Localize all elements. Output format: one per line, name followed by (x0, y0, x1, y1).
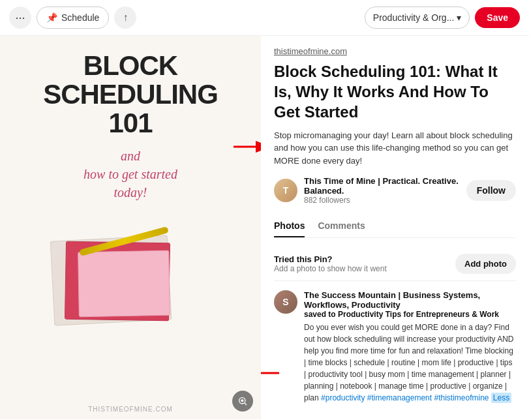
upload-icon: ↑ (123, 12, 128, 23)
visual-search-icon (237, 396, 248, 406)
save-button[interactable]: Save (475, 7, 520, 28)
more-options-button[interactable]: ··· (9, 7, 31, 29)
tab-photos[interactable]: Photos (274, 215, 305, 237)
comment-content: The Success Mountain | Business Systems,… (304, 290, 516, 404)
svg-point-2 (241, 399, 243, 402)
subtitle-line3: today! (83, 183, 177, 202)
notebooks-graphic (13, 212, 248, 329)
comment-card: S The Success Mountain | Business System… (274, 290, 516, 404)
tried-text: Tried this Pin? Add a photo to show how … (274, 254, 387, 273)
visual-search-button[interactable] (232, 391, 253, 412)
subtitle-line2: how to get started (83, 165, 177, 183)
info-panel: thistimeofmine.com Block Scheduling 101:… (261, 36, 529, 419)
toolbar: ··· 📌 Schedule ↑ Productivity & Org... ▾… (0, 0, 529, 36)
category-selector[interactable]: Productivity & Org... ▾ (365, 7, 470, 29)
pin-source[interactable]: thistimeofmine.com (274, 46, 516, 56)
author-row: T This Time of Mine | Practical. Creativ… (274, 176, 516, 205)
schedule-icon: 📌 (46, 12, 57, 23)
commenter-name: The Success Mountain | Business Systems,… (304, 290, 516, 310)
tab-comments[interactable]: Comments (318, 215, 365, 237)
pin-image: BLOCK SCHEDULING 101 and how to get star… (0, 36, 261, 419)
pin-image-title: BLOCK SCHEDULING 101 (43, 52, 218, 138)
image-panel: BLOCK SCHEDULING 101 and how to get star… (0, 36, 261, 419)
notebook-3 (78, 250, 170, 317)
pin-heading: Block Scheduling 101: What It Is, Why It… (274, 61, 516, 123)
tried-subtitle: Add a photo to show how it went (274, 264, 387, 273)
chevron-down-icon: ▾ (457, 12, 461, 23)
author-name: This Time of Mine | Practical. Creative.… (304, 176, 460, 196)
follow-button[interactable]: Follow (466, 180, 516, 201)
comment-text: Do you ever wish you could get MORE done… (304, 322, 516, 404)
commenter-avatar[interactable]: S (274, 290, 297, 314)
dots-icon: ··· (15, 11, 25, 25)
comment-hashtags: #productivity #timemanagement #thistimeo… (321, 393, 489, 402)
svg-line-1 (245, 403, 247, 405)
image-subtitle: and how to get started today! (83, 147, 177, 202)
pin-description: Stop micromanaging your day! Learn all a… (274, 129, 516, 168)
subtitle-line1: and (83, 147, 177, 165)
comment-saved: saved to Productivity Tips for Entrepren… (304, 310, 516, 319)
category-label: Productivity & Org... (373, 12, 454, 23)
author-avatar[interactable]: T (274, 179, 297, 202)
watermark: THISTIMEOFMINE.COM (88, 406, 173, 413)
tabs-row: Photos Comments (274, 215, 516, 238)
image-title-line2: SCHEDULING (43, 80, 218, 109)
add-photo-button[interactable]: Add photo (455, 254, 516, 274)
image-title-line1: BLOCK (43, 52, 218, 80)
tried-section: Tried this Pin? Add a photo to show how … (274, 247, 516, 281)
image-title-line3: 101 (43, 109, 218, 138)
tried-title: Tried this Pin? (274, 254, 387, 264)
schedule-label: Schedule (61, 12, 99, 23)
author-followers: 882 followers (304, 196, 460, 205)
board-name: Productivity Tips for Entrepreneurs & Wo… (338, 310, 499, 319)
app-container: ··· 📌 Schedule ↑ Productivity & Org... ▾… (0, 0, 529, 420)
less-button[interactable]: Less (491, 393, 511, 403)
content-area: BLOCK SCHEDULING 101 and how to get star… (0, 36, 529, 419)
author-info: This Time of Mine | Practical. Creative.… (304, 176, 460, 205)
upload-button[interactable]: ↑ (114, 7, 136, 29)
schedule-button[interactable]: 📌 Schedule (37, 7, 109, 29)
arrow-to-comment (261, 363, 279, 385)
